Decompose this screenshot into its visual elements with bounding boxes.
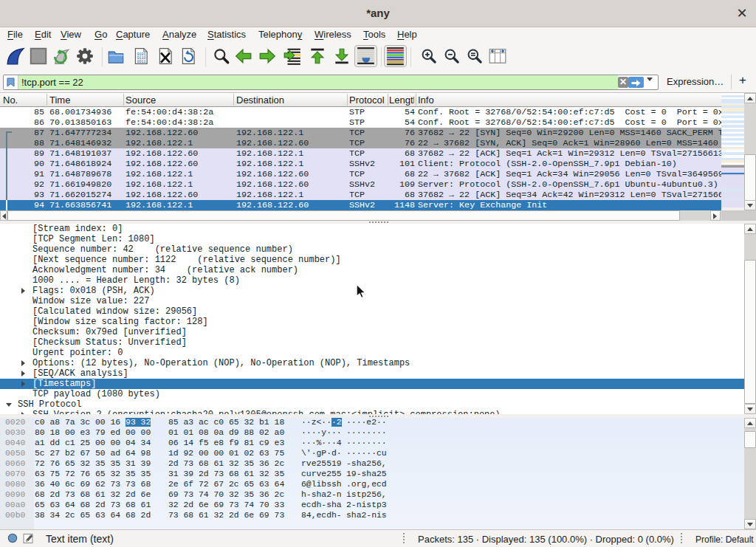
- svg-text:0011: 0011: [137, 60, 146, 63]
